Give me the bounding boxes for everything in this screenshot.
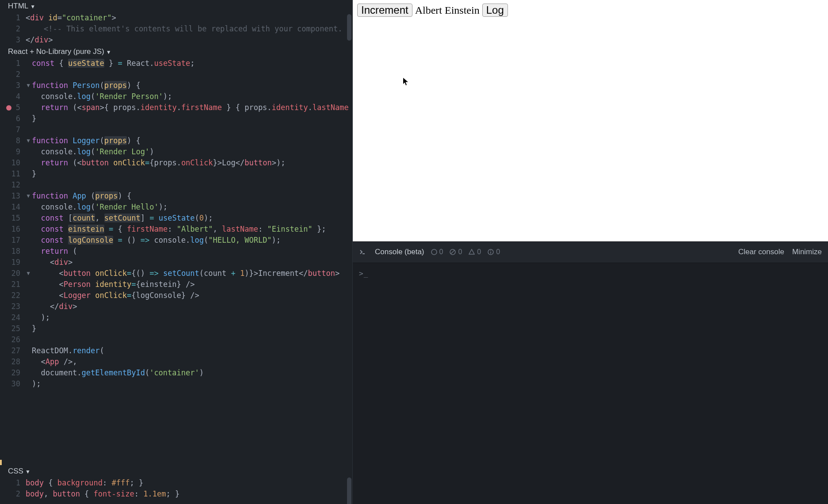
- console-title: Console (beta): [375, 248, 424, 256]
- gutter: 123: [0, 12, 26, 46]
- info-icon: [487, 248, 494, 256]
- gutter: 12: [0, 477, 26, 504]
- code-area[interactable]: <div id="container"> <!-- This element's…: [26, 12, 353, 46]
- console-body[interactable]: >_: [353, 263, 828, 504]
- chevron-down-icon: ▼: [30, 4, 35, 10]
- log-button[interactable]: Log: [482, 4, 508, 17]
- code-area[interactable]: body { background: #fff; }body, button {…: [26, 477, 352, 504]
- panel-title: HTML: [8, 2, 28, 11]
- edit-marker: [0, 460, 2, 465]
- warning-icon: [468, 248, 475, 256]
- gutter: 1234567891011121314151617181920212223242…: [0, 58, 26, 465]
- warn-count: 0: [468, 248, 481, 256]
- svg-line-3: [451, 250, 454, 254]
- error-count: 0: [449, 248, 462, 256]
- chevron-down-icon: ▼: [25, 469, 31, 475]
- panel-title: CSS: [8, 467, 23, 476]
- panel-header-html[interactable]: HTML ▼: [0, 0, 352, 12]
- panel-title: React + No-Library (pure JS): [8, 47, 104, 56]
- chevron-down-icon: ▼: [106, 49, 111, 55]
- clear-console-button[interactable]: Clear console: [738, 248, 784, 256]
- html-editor[interactable]: 123 <div id="container"> <!-- This eleme…: [0, 12, 352, 46]
- breakpoint-icon[interactable]: [6, 105, 11, 111]
- person-name: Albert Einstein: [415, 4, 480, 16]
- scrollbar[interactable]: [347, 14, 351, 41]
- right-column: Increment Albert Einstein Log Console (b…: [353, 0, 828, 504]
- scrollbar[interactable]: [347, 477, 351, 504]
- minimize-console-button[interactable]: Minimize: [792, 248, 822, 256]
- no-entry-icon: [449, 248, 456, 256]
- prompt-icon: [359, 248, 366, 256]
- js-editor[interactable]: 1234567891011121314151617181920212223242…: [0, 58, 352, 465]
- info-count: 0: [487, 248, 500, 256]
- console-header: Console (beta) 0 0 0: [353, 241, 828, 263]
- preview-pane[interactable]: Increment Albert Einstein Log: [353, 0, 828, 241]
- circle-icon: [431, 248, 438, 256]
- log-count: 0: [431, 248, 443, 256]
- panel-header-css[interactable]: CSS ▼: [0, 465, 352, 477]
- cursor-icon: [403, 77, 409, 88]
- code-area[interactable]: const { useState } = React.useState;func…: [26, 58, 352, 465]
- editor-column: HTML ▼ 123 <div id="container"> <!-- Thi…: [0, 0, 353, 504]
- console-counts: 0 0 0 0: [431, 248, 500, 256]
- svg-point-1: [431, 249, 437, 255]
- svg-point-6: [490, 250, 491, 251]
- panel-header-js[interactable]: React + No-Library (pure JS) ▼: [0, 46, 352, 58]
- console-prompt: >_: [359, 269, 368, 278]
- increment-button[interactable]: Increment: [357, 4, 412, 17]
- css-editor[interactable]: 12 body { background: #fff; }body, butto…: [0, 477, 352, 504]
